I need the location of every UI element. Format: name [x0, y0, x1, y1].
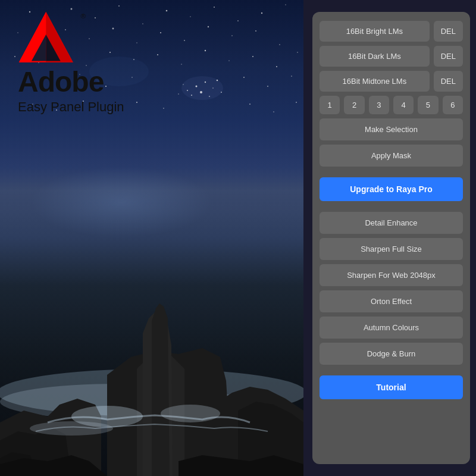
- tutorial-button[interactable]: Tutorial: [320, 375, 463, 399]
- number-buttons-row: 1 2 3 4 5 6: [320, 96, 463, 114]
- dark-lms-button[interactable]: 16Bit Dark LMs: [320, 46, 430, 67]
- rocks-svg: [0, 226, 303, 476]
- dark-lms-del-button[interactable]: DEL: [434, 46, 463, 67]
- midtone-lms-del-button[interactable]: DEL: [434, 71, 463, 92]
- number-5-button[interactable]: 5: [418, 96, 438, 114]
- number-1-button[interactable]: 1: [320, 96, 340, 114]
- spacer-3: [320, 369, 463, 371]
- bright-lms-button[interactable]: 16Bit Bright LMs: [320, 21, 430, 42]
- svg-point-70: [161, 405, 220, 422]
- number-6-button[interactable]: 6: [443, 96, 463, 114]
- number-2-button[interactable]: 2: [344, 96, 364, 114]
- autumn-colours-button[interactable]: Autumn Colours: [320, 317, 463, 339]
- dodge-burn-button[interactable]: Dodge & Burn: [320, 343, 463, 365]
- apply-mask-button[interactable]: Apply Mask: [320, 145, 463, 167]
- bright-lms-row: 16Bit Bright LMs DEL: [320, 21, 463, 42]
- adobe-logo-area: ®: [18, 12, 89, 68]
- orton-effect-button[interactable]: Orton Effect: [320, 290, 463, 312]
- adobe-subtitle: Easy Panel Plugin: [18, 99, 124, 115]
- midtone-lms-row: 16Bit Midtone LMs DEL: [320, 71, 463, 92]
- adobe-text-area: Adobe Easy Panel Plugin: [18, 65, 124, 115]
- upgrade-button[interactable]: Upgrade to Raya Pro: [320, 177, 463, 201]
- adobe-title: Adobe: [18, 65, 124, 98]
- number-3-button[interactable]: 3: [369, 96, 389, 114]
- dark-lms-row: 16Bit Dark LMs DEL: [320, 46, 463, 67]
- sharpen-for-web-button[interactable]: Sharpen For Web 2048px: [320, 264, 463, 286]
- adobe-logo-svg: ®: [18, 12, 89, 65]
- spacer-1: [320, 171, 463, 173]
- svg-text:®: ®: [81, 12, 86, 20]
- detail-enhance-button[interactable]: Detail Enhance: [320, 212, 463, 234]
- make-selection-button[interactable]: Make Selection: [320, 118, 463, 140]
- bright-lms-del-button[interactable]: DEL: [434, 21, 463, 42]
- sharpen-full-size-button[interactable]: Sharpen Full Size: [320, 238, 463, 260]
- plugin-panel: 16Bit Bright LMs DEL 16Bit Dark LMs DEL …: [312, 12, 470, 464]
- number-4-button[interactable]: 4: [393, 96, 414, 114]
- spacer-2: [320, 205, 463, 208]
- svg-point-71: [30, 421, 113, 436]
- midtone-lms-button[interactable]: 16Bit Midtone LMs: [320, 71, 430, 92]
